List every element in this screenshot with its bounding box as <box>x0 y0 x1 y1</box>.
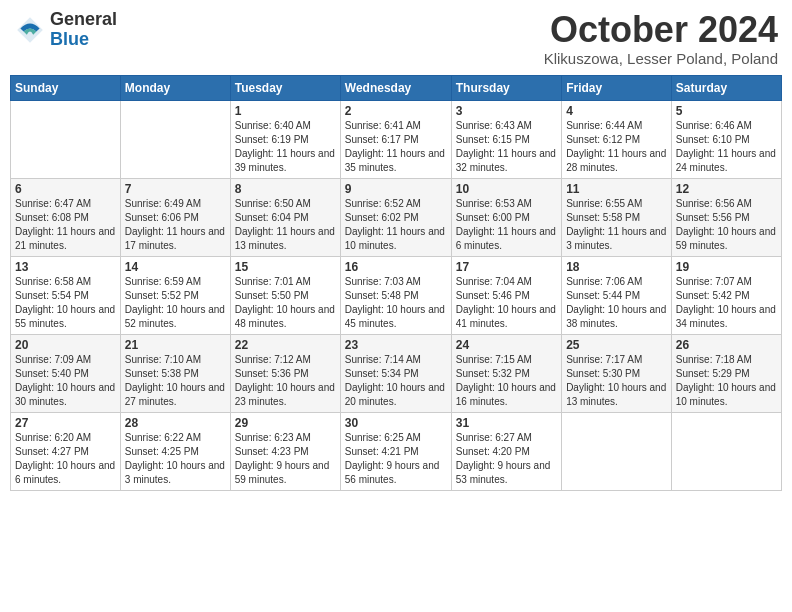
day-info: Sunrise: 7:15 AMSunset: 5:32 PMDaylight:… <box>456 353 557 409</box>
calendar-cell: 7Sunrise: 6:49 AMSunset: 6:06 PMDaylight… <box>120 178 230 256</box>
calendar-cell: 21Sunrise: 7:10 AMSunset: 5:38 PMDayligh… <box>120 334 230 412</box>
calendar-table: SundayMondayTuesdayWednesdayThursdayFrid… <box>10 75 782 491</box>
day-info: Sunrise: 7:14 AMSunset: 5:34 PMDaylight:… <box>345 353 447 409</box>
weekday-header: Monday <box>120 75 230 100</box>
day-info: Sunrise: 7:06 AMSunset: 5:44 PMDaylight:… <box>566 275 667 331</box>
day-number: 31 <box>456 416 557 430</box>
day-info: Sunrise: 6:20 AMSunset: 4:27 PMDaylight:… <box>15 431 116 487</box>
day-number: 16 <box>345 260 447 274</box>
day-number: 7 <box>125 182 226 196</box>
calendar-cell: 11Sunrise: 6:55 AMSunset: 5:58 PMDayligh… <box>562 178 672 256</box>
calendar-cell: 12Sunrise: 6:56 AMSunset: 5:56 PMDayligh… <box>671 178 781 256</box>
calendar-cell: 15Sunrise: 7:01 AMSunset: 5:50 PMDayligh… <box>230 256 340 334</box>
day-number: 26 <box>676 338 777 352</box>
location: Klikuszowa, Lesser Poland, Poland <box>544 50 778 67</box>
calendar-cell: 23Sunrise: 7:14 AMSunset: 5:34 PMDayligh… <box>340 334 451 412</box>
calendar-cell: 9Sunrise: 6:52 AMSunset: 6:02 PMDaylight… <box>340 178 451 256</box>
day-info: Sunrise: 6:55 AMSunset: 5:58 PMDaylight:… <box>566 197 667 253</box>
logo-icon <box>14 14 46 46</box>
logo-blue-text: Blue <box>50 30 117 50</box>
calendar-week-row: 6Sunrise: 6:47 AMSunset: 6:08 PMDaylight… <box>11 178 782 256</box>
day-number: 10 <box>456 182 557 196</box>
day-info: Sunrise: 6:53 AMSunset: 6:00 PMDaylight:… <box>456 197 557 253</box>
weekday-header: Tuesday <box>230 75 340 100</box>
calendar-cell <box>671 412 781 490</box>
day-number: 11 <box>566 182 667 196</box>
day-info: Sunrise: 6:41 AMSunset: 6:17 PMDaylight:… <box>345 119 447 175</box>
day-info: Sunrise: 7:18 AMSunset: 5:29 PMDaylight:… <box>676 353 777 409</box>
page-header: General Blue October 2024 Klikuszowa, Le… <box>10 10 782 67</box>
calendar-cell: 13Sunrise: 6:58 AMSunset: 5:54 PMDayligh… <box>11 256 121 334</box>
day-info: Sunrise: 6:23 AMSunset: 4:23 PMDaylight:… <box>235 431 336 487</box>
day-info: Sunrise: 6:27 AMSunset: 4:20 PMDaylight:… <box>456 431 557 487</box>
day-number: 18 <box>566 260 667 274</box>
day-number: 12 <box>676 182 777 196</box>
day-number: 1 <box>235 104 336 118</box>
day-info: Sunrise: 7:10 AMSunset: 5:38 PMDaylight:… <box>125 353 226 409</box>
calendar-cell: 6Sunrise: 6:47 AMSunset: 6:08 PMDaylight… <box>11 178 121 256</box>
calendar-cell: 5Sunrise: 6:46 AMSunset: 6:10 PMDaylight… <box>671 100 781 178</box>
day-number: 6 <box>15 182 116 196</box>
day-number: 22 <box>235 338 336 352</box>
calendar-week-row: 1Sunrise: 6:40 AMSunset: 6:19 PMDaylight… <box>11 100 782 178</box>
day-info: Sunrise: 6:40 AMSunset: 6:19 PMDaylight:… <box>235 119 336 175</box>
logo: General Blue <box>14 10 117 50</box>
calendar-cell: 31Sunrise: 6:27 AMSunset: 4:20 PMDayligh… <box>451 412 561 490</box>
calendar-cell <box>11 100 121 178</box>
calendar-cell: 24Sunrise: 7:15 AMSunset: 5:32 PMDayligh… <box>451 334 561 412</box>
logo-general-text: General <box>50 10 117 30</box>
day-number: 20 <box>15 338 116 352</box>
day-number: 4 <box>566 104 667 118</box>
day-number: 2 <box>345 104 447 118</box>
day-number: 24 <box>456 338 557 352</box>
calendar-cell: 16Sunrise: 7:03 AMSunset: 5:48 PMDayligh… <box>340 256 451 334</box>
day-info: Sunrise: 7:17 AMSunset: 5:30 PMDaylight:… <box>566 353 667 409</box>
weekday-header: Friday <box>562 75 672 100</box>
day-info: Sunrise: 6:47 AMSunset: 6:08 PMDaylight:… <box>15 197 116 253</box>
day-info: Sunrise: 6:58 AMSunset: 5:54 PMDaylight:… <box>15 275 116 331</box>
day-info: Sunrise: 6:56 AMSunset: 5:56 PMDaylight:… <box>676 197 777 253</box>
day-info: Sunrise: 7:12 AMSunset: 5:36 PMDaylight:… <box>235 353 336 409</box>
calendar-cell: 1Sunrise: 6:40 AMSunset: 6:19 PMDaylight… <box>230 100 340 178</box>
calendar-cell: 22Sunrise: 7:12 AMSunset: 5:36 PMDayligh… <box>230 334 340 412</box>
weekday-header: Wednesday <box>340 75 451 100</box>
calendar-cell: 10Sunrise: 6:53 AMSunset: 6:00 PMDayligh… <box>451 178 561 256</box>
calendar-cell: 17Sunrise: 7:04 AMSunset: 5:46 PMDayligh… <box>451 256 561 334</box>
calendar-cell: 4Sunrise: 6:44 AMSunset: 6:12 PMDaylight… <box>562 100 672 178</box>
weekday-header: Saturday <box>671 75 781 100</box>
day-number: 14 <box>125 260 226 274</box>
day-info: Sunrise: 7:09 AMSunset: 5:40 PMDaylight:… <box>15 353 116 409</box>
day-number: 25 <box>566 338 667 352</box>
logo-text: General Blue <box>50 10 117 50</box>
calendar-week-row: 13Sunrise: 6:58 AMSunset: 5:54 PMDayligh… <box>11 256 782 334</box>
calendar-cell: 27Sunrise: 6:20 AMSunset: 4:27 PMDayligh… <box>11 412 121 490</box>
day-info: Sunrise: 7:04 AMSunset: 5:46 PMDaylight:… <box>456 275 557 331</box>
day-number: 30 <box>345 416 447 430</box>
calendar-cell: 14Sunrise: 6:59 AMSunset: 5:52 PMDayligh… <box>120 256 230 334</box>
day-info: Sunrise: 6:25 AMSunset: 4:21 PMDaylight:… <box>345 431 447 487</box>
day-info: Sunrise: 6:46 AMSunset: 6:10 PMDaylight:… <box>676 119 777 175</box>
calendar-cell: 28Sunrise: 6:22 AMSunset: 4:25 PMDayligh… <box>120 412 230 490</box>
day-number: 23 <box>345 338 447 352</box>
day-number: 27 <box>15 416 116 430</box>
calendar-header-row: SundayMondayTuesdayWednesdayThursdayFrid… <box>11 75 782 100</box>
day-number: 28 <box>125 416 226 430</box>
day-number: 17 <box>456 260 557 274</box>
day-info: Sunrise: 6:44 AMSunset: 6:12 PMDaylight:… <box>566 119 667 175</box>
month-title: October 2024 <box>544 10 778 50</box>
day-info: Sunrise: 6:59 AMSunset: 5:52 PMDaylight:… <box>125 275 226 331</box>
calendar-cell: 20Sunrise: 7:09 AMSunset: 5:40 PMDayligh… <box>11 334 121 412</box>
calendar-cell: 8Sunrise: 6:50 AMSunset: 6:04 PMDaylight… <box>230 178 340 256</box>
day-info: Sunrise: 6:52 AMSunset: 6:02 PMDaylight:… <box>345 197 447 253</box>
day-info: Sunrise: 6:50 AMSunset: 6:04 PMDaylight:… <box>235 197 336 253</box>
day-number: 19 <box>676 260 777 274</box>
calendar-week-row: 27Sunrise: 6:20 AMSunset: 4:27 PMDayligh… <box>11 412 782 490</box>
calendar-cell: 2Sunrise: 6:41 AMSunset: 6:17 PMDaylight… <box>340 100 451 178</box>
title-block: October 2024 Klikuszowa, Lesser Poland, … <box>544 10 778 67</box>
day-number: 3 <box>456 104 557 118</box>
calendar-cell: 26Sunrise: 7:18 AMSunset: 5:29 PMDayligh… <box>671 334 781 412</box>
calendar-week-row: 20Sunrise: 7:09 AMSunset: 5:40 PMDayligh… <box>11 334 782 412</box>
weekday-header: Thursday <box>451 75 561 100</box>
day-info: Sunrise: 7:01 AMSunset: 5:50 PMDaylight:… <box>235 275 336 331</box>
weekday-header: Sunday <box>11 75 121 100</box>
